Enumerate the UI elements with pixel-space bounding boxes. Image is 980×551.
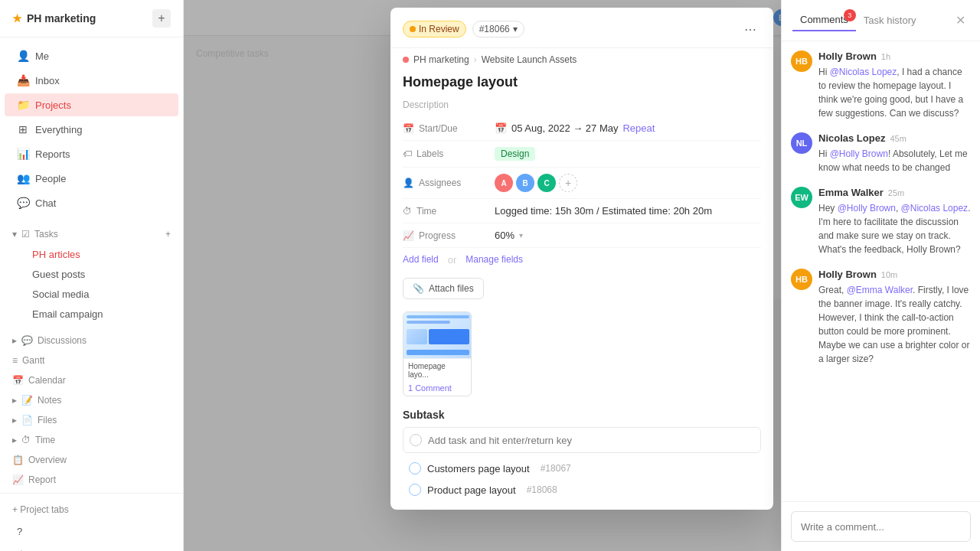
- sidebar-item-projects[interactable]: 📁 Projects: [5, 93, 178, 116]
- mention-holly-2: @Holly Brown: [838, 203, 896, 214]
- comment-input[interactable]: [791, 511, 971, 542]
- sidebar-item-reports[interactable]: 📊 Reports: [5, 142, 178, 165]
- sidebar: ★ PH marketing + 👤 Me 📥 Inbox 📁 Projects…: [0, 0, 184, 551]
- attachment-comment[interactable]: 1 Comment: [403, 382, 471, 396]
- calendar-header[interactable]: 📅 Calendar: [0, 370, 183, 390]
- overview-header[interactable]: 📋 Overview: [0, 450, 183, 470]
- report-header[interactable]: 📈 Report: [0, 470, 183, 490]
- repeat-btn[interactable]: Repeat: [622, 122, 655, 134]
- task-modal: In Review #18066 ▾ ⋯ PH marketing › Webs…: [390, 8, 773, 510]
- sidebar-item-inbox[interactable]: 📥 Inbox: [5, 69, 178, 92]
- sidebar-item-chat[interactable]: 💬 Chat: [5, 191, 178, 214]
- progress-icon: 📈: [403, 230, 414, 241]
- sidebar-item-ph-articles[interactable]: PH articles: [5, 245, 178, 264]
- sidebar-item-me[interactable]: 👤 Me: [5, 44, 178, 67]
- notes-icon: 📝: [21, 395, 33, 406]
- files-header[interactable]: ▸ 📄 Files: [0, 410, 183, 430]
- modal-more-button[interactable]: ⋯: [740, 18, 761, 40]
- me-icon: 👤: [17, 50, 29, 62]
- tasks-section: ▾ ☑ Tasks + PH articles Guest posts Soci…: [0, 221, 183, 328]
- subtask-item-circle-1: [409, 462, 421, 474]
- modal-fields: 📅 Start/Due 📅 05 Aug, 2022 → 27 May Repe…: [390, 116, 773, 248]
- breadcrumb-project[interactable]: PH marketing: [413, 54, 469, 65]
- start-due-value[interactable]: 📅 05 Aug, 2022 → 27 May Repeat: [495, 122, 761, 134]
- manage-fields-link[interactable]: Manage fields: [466, 254, 523, 266]
- comment-author-2: Nicolas Lopez: [818, 132, 885, 144]
- notes-header[interactable]: ▸ 📝 Notes: [0, 390, 183, 410]
- gantt-header[interactable]: ≡ Gantt: [0, 350, 183, 370]
- attach-section: 📎 Attach files: [390, 272, 773, 403]
- subtask-title: Subtask: [403, 409, 761, 421]
- status-badge[interactable]: In Review: [403, 21, 466, 37]
- comments-tab[interactable]: Comments 3: [792, 9, 856, 31]
- comment-body-3: Emma Walker 25m Hey @Holly Brown, @Nicol…: [818, 187, 971, 256]
- chevron-right-icon-time: ▸: [12, 435, 17, 445]
- projects-icon: 📁: [17, 99, 29, 111]
- mention-holly-1: @Holly Brown: [830, 148, 888, 159]
- comment-time-1: 1h: [881, 52, 890, 61]
- sidebar-settings[interactable]: ⚙: [5, 543, 178, 551]
- star-icon: ★: [12, 12, 22, 24]
- field-start-due: 📅 Start/Due 📅 05 Aug, 2022 → 27 May Repe…: [403, 116, 761, 141]
- task-history-tab[interactable]: Task history: [856, 10, 924, 31]
- subtask-circle-input: [410, 434, 422, 446]
- comment-author-3: Emma Walker: [818, 187, 884, 198]
- overview-icon: 📋: [12, 455, 24, 465]
- subtask-item-2[interactable]: Product page layout #18068: [403, 479, 761, 500]
- discussions-icon: 💬: [21, 335, 33, 346]
- sidebar-item-email-campaign[interactable]: Email campaign: [5, 305, 178, 324]
- assignees-label: 👤 Assignees: [403, 178, 495, 188]
- labels-label: 🏷 Labels: [403, 148, 495, 159]
- everything-icon: ⊞: [17, 123, 29, 135]
- time-header[interactable]: ▸ ⏱ Time: [0, 430, 183, 450]
- sidebar-add-button[interactable]: +: [152, 9, 171, 28]
- link-separator: or: [448, 254, 457, 266]
- project-tabs-btn[interactable]: + Project tabs: [0, 500, 183, 520]
- sidebar-help[interactable]: ?: [5, 520, 178, 543]
- comment-time-4: 10m: [881, 270, 897, 279]
- add-assignee-btn[interactable]: +: [559, 174, 577, 192]
- comments-close-btn[interactable]: ✕: [951, 11, 969, 30]
- comments-header: Comments 3 Task history ✕: [782, 0, 980, 41]
- subtask-input[interactable]: [428, 435, 754, 446]
- mention-emma: @Emma Walker: [847, 285, 913, 295]
- sidebar-item-everything[interactable]: ⊞ Everything: [5, 118, 178, 141]
- task-id-badge[interactable]: #18066 ▾: [472, 21, 524, 37]
- tasks-section-header[interactable]: ▾ ☑ Tasks +: [0, 224, 183, 244]
- labels-value[interactable]: Design: [495, 147, 761, 161]
- comment-4: HB Holly Brown 10m Great, @Emma Walker. …: [791, 269, 971, 366]
- calendar-icon: 📅: [12, 375, 24, 386]
- time-value[interactable]: Logged time: 15h 30m / Estimated time: 2…: [495, 205, 761, 217]
- progress-chevron: ▾: [519, 231, 523, 240]
- description-label[interactable]: Description: [390, 99, 773, 116]
- sidebar-item-social-media[interactable]: Social media: [5, 285, 178, 304]
- comment-text-2: Hi @Holly Brown! Absolutely, Let me know…: [818, 147, 971, 174]
- report-icon: 📈: [12, 474, 24, 485]
- sidebar-top: ★ PH marketing +: [0, 0, 183, 37]
- subtask-input-row[interactable]: [403, 427, 761, 453]
- field-assignees: 👤 Assignees A B C +: [403, 168, 761, 199]
- sidebar-item-guest-posts[interactable]: Guest posts: [5, 265, 178, 284]
- attachment-1[interactable]: Homepage layo... 1 Comment: [403, 311, 472, 396]
- attachments-list: Homepage layo... 1 Comment: [403, 305, 761, 396]
- progress-value[interactable]: 60% ▾: [495, 230, 761, 241]
- sidebar-bottom: + Project tabs ? ⚙ U: [0, 493, 183, 551]
- subtask-item-1[interactable]: Customers page layout #18067: [403, 458, 761, 479]
- breadcrumb-folder[interactable]: Website Launch Assets: [482, 54, 577, 65]
- modal-title[interactable]: Homepage layout: [390, 71, 773, 99]
- comment-avatar-4: HB: [791, 269, 812, 290]
- chevron-right-icon-notes: ▸: [12, 395, 17, 406]
- breadcrumb-separator: ›: [474, 54, 477, 65]
- comment-body-2: Nicolas Lopez 45m Hi @Holly Brown! Absol…: [818, 132, 971, 174]
- field-labels: 🏷 Labels Design: [403, 141, 761, 168]
- comment-time-2: 45m: [890, 134, 906, 143]
- add-field-link[interactable]: Add field: [403, 254, 439, 266]
- discussions-header[interactable]: ▸ 💬 Discussions: [0, 331, 183, 350]
- sidebar-item-people[interactable]: 👥 People: [5, 167, 178, 190]
- reports-icon: 📊: [17, 148, 29, 160]
- chevron-down-icon: ▾: [12, 229, 17, 240]
- time-icon: ⏱: [21, 435, 31, 445]
- add-task-icon[interactable]: +: [165, 229, 171, 240]
- attach-files-btn[interactable]: 📎 Attach files: [403, 278, 484, 299]
- chat-icon: 💬: [17, 197, 29, 209]
